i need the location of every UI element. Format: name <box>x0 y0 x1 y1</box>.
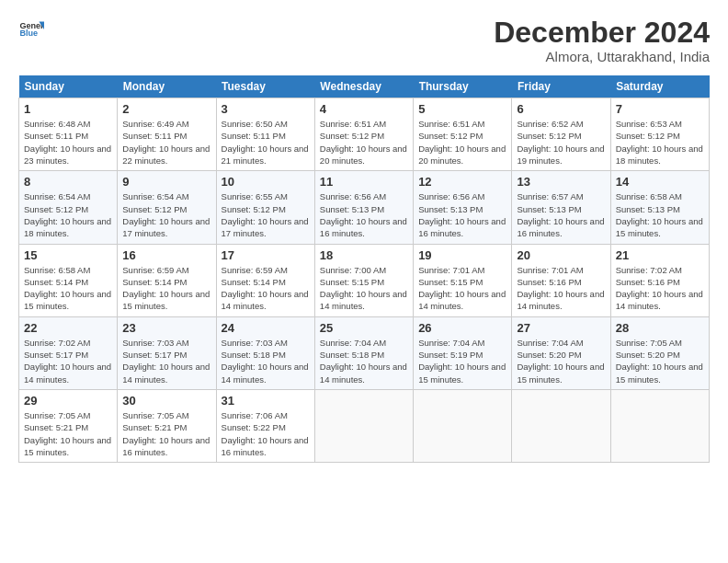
empty-cell <box>314 389 413 462</box>
table-row: 19 Sunrise: 7:01 AMSunset: 5:15 PMDaylig… <box>414 244 512 316</box>
table-row: 7 Sunrise: 6:53 AMSunset: 5:12 PMDayligh… <box>610 98 709 171</box>
calendar-week-row: 22 Sunrise: 7:02 AMSunset: 5:17 PMDaylig… <box>19 316 710 389</box>
table-row: 31 Sunrise: 7:06 AMSunset: 5:22 PMDaylig… <box>216 389 314 462</box>
header-row: Sunday Monday Tuesday Wednesday Thursday… <box>19 75 710 98</box>
empty-cell <box>414 389 512 462</box>
table-row: 5 Sunrise: 6:51 AMSunset: 5:12 PMDayligh… <box>414 98 512 171</box>
empty-cell <box>610 389 709 462</box>
logo: General Blue <box>18 17 44 42</box>
table-row: 30 Sunrise: 7:05 AMSunset: 5:21 PMDaylig… <box>118 389 216 462</box>
table-row: 20 Sunrise: 7:01 AMSunset: 5:16 PMDaylig… <box>512 244 610 316</box>
col-monday: Monday <box>118 75 216 98</box>
table-row: 21 Sunrise: 7:02 AMSunset: 5:16 PMDaylig… <box>610 244 709 316</box>
calendar-week-row: 15 Sunrise: 6:58 AMSunset: 5:14 PMDaylig… <box>19 244 710 316</box>
location-subtitle: Almora, Uttarakhand, India <box>494 49 710 64</box>
table-row: 13 Sunrise: 6:57 AMSunset: 5:13 PMDaylig… <box>512 171 610 244</box>
col-tuesday: Tuesday <box>216 75 314 98</box>
table-row: 29 Sunrise: 7:05 AMSunset: 5:21 PMDaylig… <box>19 389 118 462</box>
table-row: 10 Sunrise: 6:55 AMSunset: 5:12 PMDaylig… <box>216 171 314 244</box>
title-area: December 2024 Almora, Uttarakhand, India <box>494 17 710 64</box>
empty-cell <box>512 389 610 462</box>
col-friday: Friday <box>512 75 610 98</box>
table-row: 17 Sunrise: 6:59 AMSunset: 5:14 PMDaylig… <box>216 244 314 316</box>
table-row: 9 Sunrise: 6:54 AMSunset: 5:12 PMDayligh… <box>118 171 216 244</box>
col-wednesday: Wednesday <box>314 75 413 98</box>
calendar-table: Sunday Monday Tuesday Wednesday Thursday… <box>18 75 710 463</box>
col-sunday: Sunday <box>19 75 118 98</box>
logo-icon: General Blue <box>18 17 44 42</box>
table-row: 1 Sunrise: 6:48 AMSunset: 5:11 PMDayligh… <box>19 98 118 171</box>
calendar-week-row: 8 Sunrise: 6:54 AMSunset: 5:12 PMDayligh… <box>19 171 710 244</box>
table-row: 28 Sunrise: 7:05 AMSunset: 5:20 PMDaylig… <box>610 316 709 389</box>
calendar-page: General Blue December 2024 Almora, Uttar… <box>0 0 728 472</box>
col-saturday: Saturday <box>610 75 709 98</box>
table-row: 22 Sunrise: 7:02 AMSunset: 5:17 PMDaylig… <box>19 316 118 389</box>
table-row: 8 Sunrise: 6:54 AMSunset: 5:12 PMDayligh… <box>19 171 118 244</box>
table-row: 27 Sunrise: 7:04 AMSunset: 5:20 PMDaylig… <box>512 316 610 389</box>
table-row: 2 Sunrise: 6:49 AMSunset: 5:11 PMDayligh… <box>118 98 216 171</box>
table-row: 6 Sunrise: 6:52 AMSunset: 5:12 PMDayligh… <box>512 98 610 171</box>
table-row: 12 Sunrise: 6:56 AMSunset: 5:13 PMDaylig… <box>414 171 512 244</box>
calendar-week-row: 1 Sunrise: 6:48 AMSunset: 5:11 PMDayligh… <box>19 98 710 171</box>
col-thursday: Thursday <box>414 75 512 98</box>
table-row: 24 Sunrise: 7:03 AMSunset: 5:18 PMDaylig… <box>216 316 314 389</box>
table-row: 11 Sunrise: 6:56 AMSunset: 5:13 PMDaylig… <box>314 171 413 244</box>
table-row: 3 Sunrise: 6:50 AMSunset: 5:11 PMDayligh… <box>216 98 314 171</box>
table-row: 16 Sunrise: 6:59 AMSunset: 5:14 PMDaylig… <box>118 244 216 316</box>
header: General Blue December 2024 Almora, Uttar… <box>18 17 710 64</box>
calendar-week-row: 29 Sunrise: 7:05 AMSunset: 5:21 PMDaylig… <box>19 389 710 462</box>
table-row: 26 Sunrise: 7:04 AMSunset: 5:19 PMDaylig… <box>414 316 512 389</box>
table-row: 23 Sunrise: 7:03 AMSunset: 5:17 PMDaylig… <box>118 316 216 389</box>
table-row: 18 Sunrise: 7:00 AMSunset: 5:15 PMDaylig… <box>314 244 413 316</box>
month-title: December 2024 <box>494 17 710 49</box>
table-row: 25 Sunrise: 7:04 AMSunset: 5:18 PMDaylig… <box>314 316 413 389</box>
svg-text:Blue: Blue <box>19 29 38 38</box>
table-row: 14 Sunrise: 6:58 AMSunset: 5:13 PMDaylig… <box>610 171 709 244</box>
table-row: 4 Sunrise: 6:51 AMSunset: 5:12 PMDayligh… <box>314 98 413 171</box>
table-row: 15 Sunrise: 6:58 AMSunset: 5:14 PMDaylig… <box>19 244 118 316</box>
